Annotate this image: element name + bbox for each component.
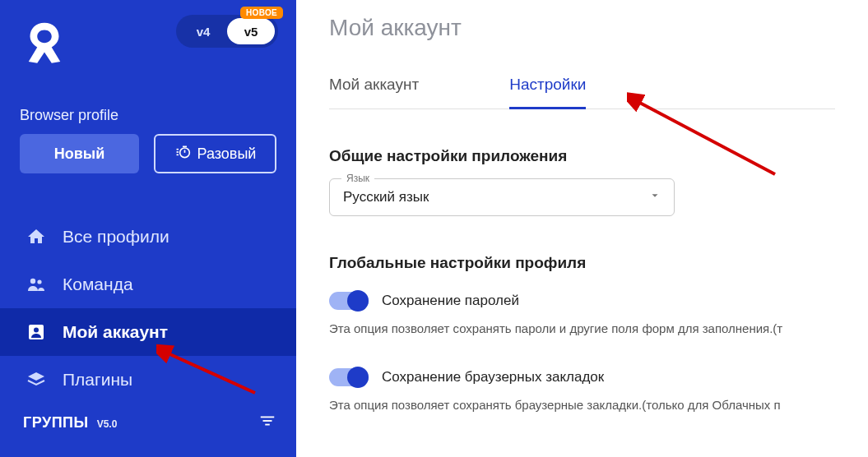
layers-icon <box>25 368 48 391</box>
svg-rect-10 <box>261 417 275 418</box>
svg-rect-11 <box>263 420 272 422</box>
groups-version: V5.0 <box>97 418 118 430</box>
nav-team[interactable]: Команда <box>0 261 296 308</box>
nav-account[interactable]: Мой аккаунт <box>0 308 296 356</box>
version-switch: НОВОЕ v4 v5 <box>176 15 278 48</box>
tab-account[interactable]: Мой аккаунт <box>329 76 419 108</box>
page-title: Мой аккаунт <box>329 15 835 41</box>
svg-point-9 <box>34 328 39 333</box>
svg-point-3 <box>179 148 189 158</box>
toggle-save-bookmarks[interactable] <box>329 368 369 386</box>
language-select-label: Язык <box>341 173 374 184</box>
nav-team-label: Команда <box>63 275 133 294</box>
setting-save-passwords-desc: Эта опция позволяет сохранять пароли и д… <box>329 321 835 335</box>
people-icon <box>25 273 48 296</box>
nav-plugins-label: Плагины <box>63 370 132 390</box>
groups-label: ГРУППЫ <box>23 414 89 432</box>
account-box-icon <box>25 321 48 344</box>
language-select[interactable]: Язык Русский язык <box>329 178 675 216</box>
home-icon <box>25 225 48 248</box>
svg-rect-12 <box>265 424 270 426</box>
app-settings-section: Общие настройки приложения Язык Русский … <box>329 147 835 216</box>
profile-settings-section: Глобальные настройки профиля Сохранение … <box>329 254 835 412</box>
badge-new: НОВОЕ <box>240 7 283 19</box>
new-profile-button[interactable]: Новый <box>20 134 139 173</box>
sidebar-nav: Все профили Команда Мой аккаунт Плагины <box>0 213 296 404</box>
nav-plugins[interactable]: Плагины <box>0 356 296 404</box>
main: Мой аккаунт Мой аккаунт Настройки Общие … <box>296 0 868 457</box>
nav-account-label: Мой аккаунт <box>63 322 168 342</box>
tabs: Мой аккаунт Настройки <box>329 76 835 109</box>
svg-point-6 <box>30 279 35 284</box>
quick-profile-label: Разовый <box>197 145 257 163</box>
svg-point-7 <box>37 279 41 284</box>
app-logo <box>18 15 71 72</box>
setting-save-passwords: Сохранение паролей <box>329 292 835 310</box>
language-select-value: Русский язык <box>343 189 429 205</box>
stopwatch-icon <box>174 144 191 164</box>
tab-settings[interactable]: Настройки <box>509 76 586 109</box>
toggle-save-passwords[interactable] <box>329 292 369 310</box>
setting-save-passwords-label: Сохранение паролей <box>382 293 519 309</box>
switch-v5[interactable]: v5 <box>227 18 275 44</box>
groups-header: ГРУППЫ V5.0 <box>0 405 296 440</box>
sidebar: НОВОЕ v4 v5 Browser profile Новый Раз <box>0 0 296 457</box>
sidebar-section-label: Browser profile <box>0 107 296 134</box>
setting-save-bookmarks: Сохранение браузерных закладок <box>329 368 835 386</box>
nav-all-profiles[interactable]: Все профили <box>0 213 296 261</box>
app-settings-title: Общие настройки приложения <box>329 147 835 165</box>
filter-icon[interactable] <box>258 412 276 433</box>
sidebar-buttons-row: Новый Разовый <box>0 134 296 173</box>
chevron-down-icon <box>649 189 661 205</box>
switch-v4[interactable]: v4 <box>179 18 227 44</box>
quick-profile-button[interactable]: Разовый <box>154 134 276 173</box>
switch-body: v4 v5 <box>176 15 278 48</box>
groups-title: ГРУППЫ V5.0 <box>23 414 117 432</box>
sidebar-top: НОВОЕ v4 v5 <box>0 0 296 81</box>
setting-save-bookmarks-desc: Эта опция позволяет сохранять браузерные… <box>329 398 835 412</box>
profile-settings-title: Глобальные настройки профиля <box>329 254 835 272</box>
nav-all-profiles-label: Все профили <box>63 227 169 247</box>
setting-save-bookmarks-label: Сохранение браузерных закладок <box>382 369 604 385</box>
new-profile-label: Новый <box>54 145 105 163</box>
